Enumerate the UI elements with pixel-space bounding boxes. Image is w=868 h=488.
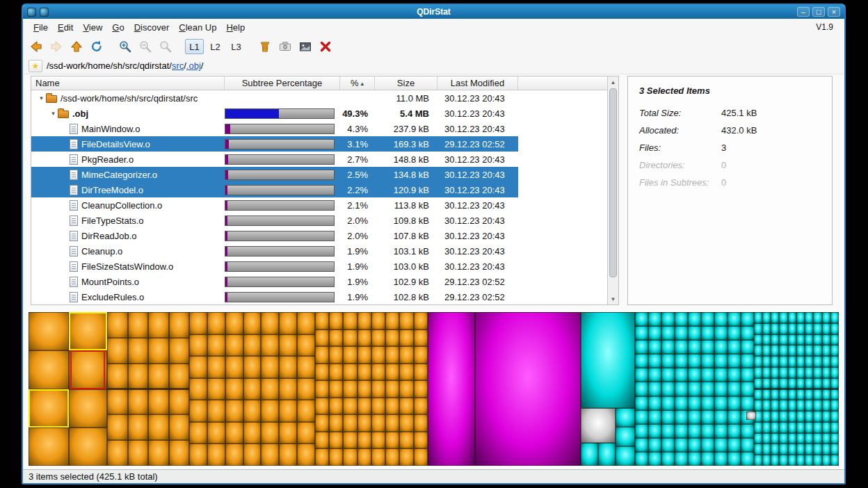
treemap-tile[interactable] bbox=[279, 422, 297, 444]
treemap-tile[interactable] bbox=[688, 354, 701, 368]
treemap-tile[interactable] bbox=[357, 330, 371, 347]
treemap-tile[interactable] bbox=[805, 400, 813, 411]
treemap-tile[interactable] bbox=[243, 312, 262, 334]
treemap-tile[interactable] bbox=[788, 334, 796, 345]
table-row[interactable]: ▾ /ssd-work/home/sh/src/qdirstat/src 11.… bbox=[31, 90, 518, 106]
treemap-tile[interactable] bbox=[754, 455, 762, 466]
treemap-tile[interactable] bbox=[297, 356, 315, 378]
treemap-tile[interactable] bbox=[813, 312, 821, 323]
treemap-tile[interactable] bbox=[315, 432, 329, 449]
treemap-tile[interactable] bbox=[261, 312, 279, 334]
treemap-tile[interactable] bbox=[830, 422, 839, 433]
scrollbar-thumb[interactable] bbox=[609, 88, 617, 277]
treemap-tile[interactable] bbox=[357, 432, 371, 449]
treemap-tile[interactable] bbox=[714, 382, 728, 396]
treemap-tile[interactable] bbox=[107, 338, 128, 364]
treemap-tile[interactable] bbox=[741, 396, 754, 410]
treemap-tile[interactable] bbox=[728, 396, 741, 410]
treemap-tile[interactable] bbox=[779, 323, 787, 334]
treemap-tile[interactable] bbox=[741, 452, 754, 466]
treemap-tile[interactable] bbox=[813, 356, 821, 367]
treemap-tile[interactable] bbox=[805, 422, 813, 433]
treemap-tile[interactable] bbox=[315, 414, 329, 432]
treemap-tile[interactable] bbox=[148, 312, 169, 338]
treemap-tile[interactable] bbox=[343, 380, 357, 398]
treemap-tile[interactable] bbox=[762, 422, 771, 433]
treemap-tile[interactable] bbox=[357, 364, 371, 381]
treemap-tile[interactable] bbox=[207, 334, 225, 357]
treemap-tile[interactable] bbox=[771, 356, 779, 367]
treemap-tile[interactable] bbox=[225, 312, 243, 334]
treemap-tile[interactable] bbox=[225, 422, 243, 444]
treemap-tile[interactable] bbox=[771, 312, 779, 323]
treemap-tile[interactable] bbox=[675, 326, 688, 340]
treemap-tile[interactable] bbox=[329, 380, 343, 398]
close-button[interactable]: × bbox=[828, 7, 840, 17]
treemap-tile[interactable] bbox=[779, 345, 787, 356]
treemap-tile[interactable] bbox=[762, 455, 771, 466]
treemap-tile[interactable] bbox=[329, 330, 343, 347]
treemap-tile[interactable] bbox=[343, 364, 357, 381]
treemap-tile[interactable] bbox=[771, 345, 779, 356]
treemap-tile[interactable] bbox=[805, 367, 813, 378]
treemap-tile[interactable] bbox=[189, 334, 207, 357]
treemap-tile[interactable] bbox=[728, 382, 741, 396]
treemap-tile[interactable] bbox=[297, 444, 315, 466]
treemap-tile[interactable] bbox=[148, 414, 169, 440]
treemap-tile[interactable] bbox=[788, 312, 796, 323]
treemap-tile[interactable] bbox=[648, 410, 661, 424]
treemap-tile[interactable] bbox=[243, 400, 262, 422]
treemap-tile[interactable] bbox=[661, 368, 675, 382]
treemap-tile[interactable] bbox=[771, 367, 779, 378]
treemap-tile[interactable] bbox=[754, 422, 762, 433]
treemap-tile[interactable] bbox=[771, 334, 779, 345]
treemap-tile[interactable] bbox=[714, 312, 728, 326]
treemap-tile[interactable] bbox=[675, 424, 688, 438]
treemap-tile[interactable] bbox=[805, 378, 813, 389]
treemap-tile[interactable] bbox=[762, 444, 771, 455]
treemap-tile[interactable] bbox=[148, 364, 169, 389]
treemap-tile[interactable] bbox=[635, 452, 648, 466]
treemap-tile[interactable] bbox=[169, 389, 190, 415]
treemap-tile[interactable] bbox=[616, 408, 635, 428]
treemap-tile[interactable] bbox=[243, 422, 262, 444]
treemap-tile[interactable] bbox=[701, 382, 714, 396]
treemap-tile[interactable] bbox=[399, 448, 413, 466]
treemap-tile[interactable] bbox=[796, 455, 805, 466]
treemap-tile[interactable] bbox=[688, 340, 701, 354]
treemap-tile[interactable] bbox=[779, 433, 787, 444]
menu-discover[interactable]: Discover bbox=[129, 20, 175, 35]
treemap-tile[interactable] bbox=[279, 312, 297, 334]
maximize-button[interactable]: □ bbox=[812, 7, 825, 17]
treemap-tile[interactable] bbox=[414, 364, 428, 381]
treemap-tile[interactable] bbox=[261, 334, 279, 357]
treemap-tile[interactable] bbox=[830, 312, 839, 323]
menu-help[interactable]: Help bbox=[221, 20, 250, 35]
treemap-tile[interactable] bbox=[796, 312, 805, 323]
treemap-tile[interactable] bbox=[788, 367, 796, 378]
treemap-tile[interactable] bbox=[701, 312, 714, 326]
treemap-tile[interactable] bbox=[771, 389, 779, 400]
treemap-tile[interactable] bbox=[225, 400, 243, 422]
treemap-tile[interactable] bbox=[779, 411, 787, 422]
table-row[interactable]: MountPoints.o 1.9% 102.9 kB 29.12.23 02:… bbox=[31, 274, 518, 289]
treemap-tile[interactable] bbox=[385, 398, 399, 415]
treemap-tile[interactable] bbox=[779, 389, 787, 400]
treemap-tile[interactable] bbox=[648, 396, 661, 410]
treemap-tile[interactable] bbox=[830, 389, 839, 400]
treemap-tile[interactable] bbox=[779, 422, 787, 433]
treemap-tile[interactable] bbox=[796, 323, 805, 334]
zoom-in-button[interactable] bbox=[116, 38, 134, 56]
treemap-tile[interactable] bbox=[243, 378, 262, 400]
treemap-tile[interactable] bbox=[261, 356, 279, 378]
treemap-tile[interactable] bbox=[279, 444, 297, 466]
treemap-tile[interactable] bbox=[754, 389, 762, 400]
treemap-tile[interactable] bbox=[788, 444, 796, 455]
treemap-tile[interactable] bbox=[675, 340, 688, 354]
treemap-tile[interactable] bbox=[714, 326, 728, 340]
treemap-tile[interactable] bbox=[779, 455, 787, 466]
treemap-tile[interactable] bbox=[762, 345, 771, 356]
treemap-tile[interactable] bbox=[822, 334, 830, 345]
treemap-tile[interactable] bbox=[315, 330, 329, 347]
treemap-tile[interactable] bbox=[243, 444, 262, 466]
